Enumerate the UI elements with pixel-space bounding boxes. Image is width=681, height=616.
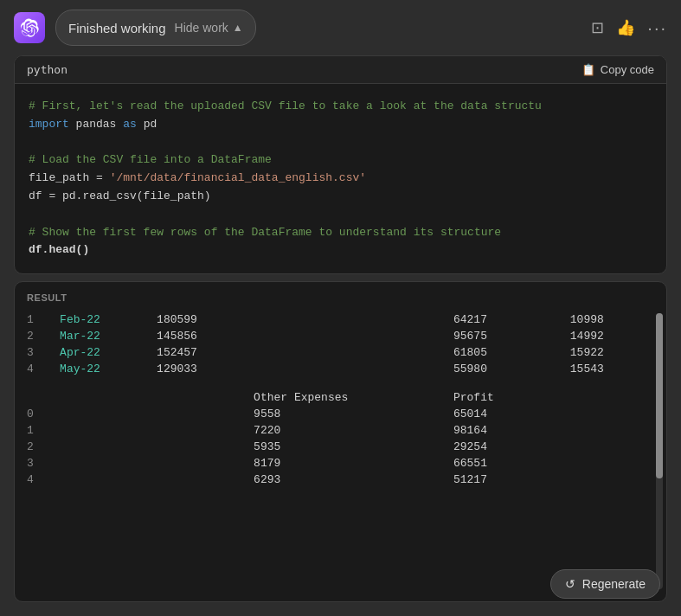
finished-working-label: Finished working xyxy=(68,21,166,35)
scrollbar-track[interactable] xyxy=(656,313,663,589)
result-table-container[interactable]: 1 Feb-22 180599 64217 10998 2 Mar-22 145… xyxy=(15,308,666,596)
code-header: python 📋 Copy code xyxy=(15,56,666,84)
table-row: 2 Mar-22 145856 95675 14992 xyxy=(27,328,654,344)
hide-work-label: Hide work xyxy=(175,21,228,35)
regenerate-button[interactable]: ↺ Regenerate xyxy=(550,569,660,599)
result-block: RESULT 1 Feb-22 180599 64217 10998 2 xyxy=(14,281,667,602)
table-row: 1 7220 98164 xyxy=(27,422,654,439)
main-content: python 📋 Copy code # First, let's read t… xyxy=(0,55,681,616)
more-icon: ··· xyxy=(647,18,667,38)
table-row: 0 9558 65014 xyxy=(27,406,654,422)
result-header: RESULT xyxy=(15,282,666,308)
table-row: 4 May-22 129033 55980 15543 xyxy=(27,361,654,377)
finished-working-pill: Finished working Hide work ▲ xyxy=(55,10,256,46)
header-right-actions: ⊡ 👍 ··· xyxy=(591,18,667,38)
copy-button[interactable]: ⊡ xyxy=(591,18,604,37)
chatgpt-logo xyxy=(14,12,45,43)
hide-work-button[interactable]: Hide work ▲ xyxy=(175,21,243,35)
copy-code-label: Copy code xyxy=(601,63,654,76)
code-body: # First, let's read the uploaded CSV fil… xyxy=(15,84,666,273)
copy-code-icon: 📋 xyxy=(581,63,595,76)
copy-icon: ⊡ xyxy=(591,18,604,37)
code-block: python 📋 Copy code # First, let's read t… xyxy=(14,55,667,274)
copy-code-button[interactable]: 📋 Copy code xyxy=(581,63,654,76)
header: Finished working Hide work ▲ ⊡ 👍 ··· xyxy=(0,0,681,55)
code-language: python xyxy=(27,63,67,76)
table-row: 4 6293 51217 xyxy=(27,472,654,488)
table-row: 3 8179 66551 xyxy=(27,455,654,472)
table-gap-row xyxy=(27,377,654,389)
thumbs-up-button[interactable]: 👍 xyxy=(616,18,635,37)
regenerate-label: Regenerate xyxy=(582,577,646,591)
chevron-up-icon: ▲ xyxy=(233,22,243,34)
regenerate-icon: ↺ xyxy=(565,577,575,591)
table-row: 2 5935 29254 xyxy=(27,439,654,455)
thumbs-up-icon: 👍 xyxy=(616,18,635,37)
scrollbar-thumb[interactable] xyxy=(656,313,663,478)
table-row: 3 Apr-22 152457 61805 15922 xyxy=(27,344,654,361)
result-top-table: 1 Feb-22 180599 64217 10998 2 Mar-22 145… xyxy=(27,311,654,488)
table-header-row: Other Expenses Profit xyxy=(27,389,654,406)
result-label: RESULT xyxy=(27,292,67,303)
table-row: 1 Feb-22 180599 64217 10998 xyxy=(27,311,654,328)
more-options-button[interactable]: ··· xyxy=(647,18,667,38)
